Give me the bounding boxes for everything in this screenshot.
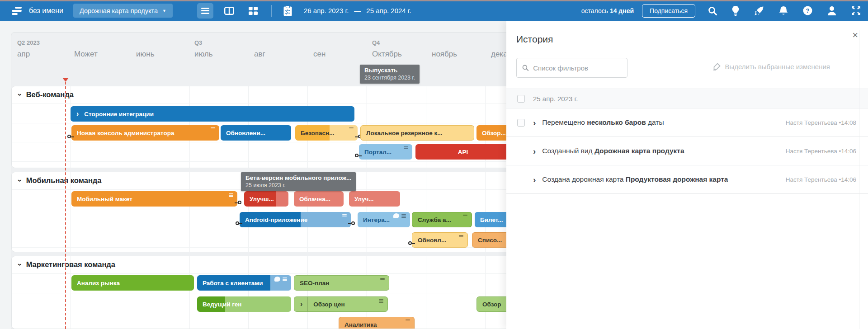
panel-scroll-edge — [859, 30, 859, 329]
task-bar[interactable]: Локальное резервное к... — [360, 125, 474, 141]
chevron-right-icon[interactable]: › — [533, 147, 536, 155]
user-icon[interactable] — [827, 6, 836, 15]
view-grid-button[interactable] — [245, 3, 261, 19]
section-title: Маркетинговая команда — [26, 260, 115, 269]
bar-date-tooltip: Бета-версия мобильного прилож...25 июля … — [241, 172, 356, 191]
today-dashed-line — [65, 82, 66, 329]
task-bar-label: Мобильный макет — [71, 196, 138, 202]
task-bar[interactable]: API — [415, 144, 510, 160]
date-range[interactable]: 26 апр. 2023 г. — 25 апр. 2024 г. — [304, 7, 411, 14]
project-title[interactable]: без имени — [29, 7, 63, 15]
bar-dash-icon[interactable] — [406, 320, 410, 320]
connector-handle[interactable] — [67, 135, 75, 139]
task-bar[interactable]: Улучш... — [244, 191, 288, 207]
bar-dash-icon[interactable] — [349, 127, 354, 128]
task-bar[interactable]: Аналитика — [339, 317, 415, 329]
chevron-down-icon[interactable]: › — [16, 263, 24, 266]
task-bar-label: Служба а... — [412, 216, 457, 223]
group-checkbox[interactable] — [517, 95, 525, 103]
task-bar[interactable]: Служба а... — [412, 212, 472, 227]
task-bar[interactable]: Android-приложение — [240, 212, 351, 227]
task-bar[interactable]: ›Обзор цен — [294, 296, 388, 312]
date-start: 26 апр. 2023 г. — [304, 7, 349, 14]
tooltip-date: 23 сентября 2023 г. — [364, 75, 415, 81]
chevron-down-icon[interactable]: › — [16, 179, 24, 182]
app-logo-icon[interactable] — [12, 7, 23, 15]
rocket-icon[interactable] — [754, 6, 764, 16]
chevron-down-icon: ▼ — [162, 9, 166, 13]
task-bar[interactable]: SEO-план — [294, 275, 389, 291]
subscribe-button[interactable]: Подписаться — [642, 4, 695, 18]
connector-handle[interactable] — [236, 221, 243, 226]
chevron-down-icon[interactable]: › — [16, 94, 24, 96]
section-title: Веб-команда — [26, 90, 74, 99]
section-title: Мобильная команда — [26, 176, 102, 185]
task-bar[interactable]: Обновл... — [412, 232, 468, 248]
connector-line — [235, 202, 238, 203]
close-icon[interactable]: × — [852, 30, 858, 40]
task-bar[interactable]: Интера... — [358, 212, 410, 227]
bar-dash-icon[interactable] — [211, 127, 215, 128]
search-icon — [522, 64, 528, 71]
help-icon[interactable]: ? — [803, 6, 812, 15]
comment-bubble-icon[interactable] — [274, 277, 280, 282]
bar-eq-icon[interactable] — [380, 278, 385, 279]
highlight-changes-button[interactable]: Выделить выбранные изменения — [713, 63, 830, 70]
top-navbar: без имени Дорожная карта продукта ▼ — [0, 0, 868, 21]
task-bar[interactable]: Облачна... — [294, 191, 344, 207]
chevron-right-icon[interactable]: › — [533, 118, 536, 127]
task-bar-label: Интера... — [358, 216, 395, 223]
bar-eq-icon[interactable] — [404, 146, 408, 147]
connector-handle[interactable] — [408, 241, 415, 246]
chevron-right-icon[interactable]: › — [533, 175, 536, 184]
connector-handle[interactable] — [234, 201, 241, 205]
roadmap-app: без имени Дорожная карта продукта ▼ — [0, 0, 868, 329]
connector-circle — [351, 221, 355, 225]
task-bar[interactable]: Безопасн... — [295, 125, 358, 141]
connector-line — [355, 136, 358, 137]
task-bar[interactable]: Анализ рынка — [71, 275, 194, 291]
task-bar[interactable]: ›Сторонние интеграции — [71, 106, 354, 122]
expand-chevron-icon[interactable]: › — [294, 301, 302, 308]
task-bar-label: API — [453, 149, 474, 155]
history-search[interactable] — [516, 58, 627, 78]
bar-dash-icon[interactable] — [463, 215, 467, 216]
task-bar[interactable]: Обновлени... — [221, 125, 291, 141]
view-dropdown[interactable]: Дорожная карта продукта ▼ — [73, 4, 173, 18]
task-bar[interactable]: Ведущий ген — [197, 296, 291, 312]
section-header[interactable]: ›Маркетинговая команда — [19, 260, 115, 269]
history-entry-row[interactable]: ›Создана дорожная карта Продуктовая доро… — [506, 165, 868, 194]
bar-menu-icon[interactable] — [401, 214, 406, 215]
history-entry-row[interactable]: ›Перемещено несколько баров датыНастя Те… — [506, 108, 868, 137]
task-bar-label: Улуч... — [349, 196, 379, 202]
clipboard-icon — [283, 5, 292, 16]
task-bar[interactable]: Работа с клиентами — [197, 275, 291, 291]
connector-handle[interactable] — [355, 154, 362, 158]
bar-eq-icon[interactable] — [459, 235, 463, 236]
history-filter-input[interactable] — [533, 64, 622, 72]
bell-icon[interactable] — [779, 6, 788, 16]
bar-menu-icon[interactable] — [379, 299, 383, 300]
bar-eq-icon[interactable] — [342, 214, 347, 215]
bar-menu-icon[interactable] — [229, 193, 233, 194]
task-bar[interactable]: Мобильный макет — [71, 191, 237, 207]
checklist-button[interactable] — [283, 5, 292, 16]
comment-bubble-icon[interactable] — [393, 213, 399, 218]
task-bar[interactable]: Портал... — [359, 144, 412, 160]
connector-line — [239, 223, 242, 224]
entry-checkbox[interactable] — [517, 119, 525, 127]
task-bar[interactable]: Улуч... — [349, 191, 400, 207]
expand-chevron-icon[interactable]: › — [71, 110, 79, 118]
view-columns-button[interactable] — [221, 3, 237, 19]
search-icon[interactable] — [708, 6, 717, 15]
section-header[interactable]: ›Мобильная команда — [19, 176, 102, 185]
bar-menu-icon[interactable] — [283, 277, 287, 278]
expand-icon[interactable] — [851, 6, 861, 15]
lightbulb-icon[interactable] — [732, 6, 739, 16]
connector-handle[interactable] — [348, 221, 355, 226]
task-bar-label: Android-приложение — [240, 216, 313, 223]
task-bar[interactable]: Новая консоль администратора — [71, 125, 219, 141]
milestone-tooltip: Выпускать23 сентября 2023 г. — [360, 65, 420, 84]
history-entry-row[interactable]: ›Созданный вид Дорожная карта продуктаНа… — [506, 137, 868, 165]
view-list-button[interactable] — [197, 3, 213, 19]
